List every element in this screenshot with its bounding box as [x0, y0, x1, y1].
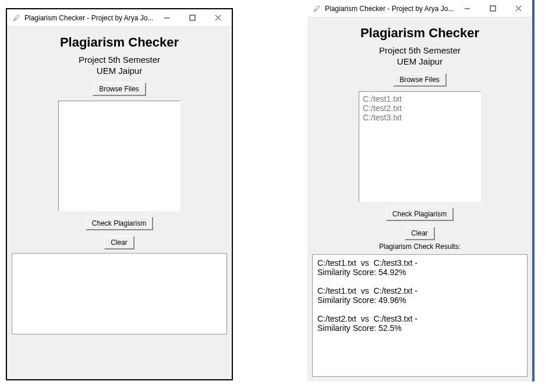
- results-textbox[interactable]: [12, 253, 227, 334]
- app-window-results: Plagiarism Checker - Project by Arya Jo.…: [307, 0, 535, 382]
- results-textbox[interactable]: C:/test1.txt vs C:/test3.txt - Similarit…: [312, 254, 528, 377]
- close-button[interactable]: [505, 1, 531, 17]
- clear-button[interactable]: Clear: [104, 236, 135, 250]
- titlebar: Plagiarism Checker - Project by Arya Jo.…: [307, 0, 532, 17]
- app-window-initial: Plagiarism Checker - Project by Arya Jo.…: [6, 8, 233, 380]
- svg-line-5: [314, 8, 317, 11]
- subtitle-line1: Project 5th Semester: [379, 45, 461, 55]
- app-subtitle: Project 5th Semester UEM Jaipur: [379, 45, 461, 67]
- results-label: Plagiarism Check Results:: [379, 243, 461, 251]
- check-plagiarism-button[interactable]: Check Plagiarism: [86, 217, 153, 230]
- titlebar: Plagiarism Checker - Project by Arya Jo.…: [7, 9, 232, 27]
- feather-icon: [12, 13, 21, 23]
- minimize-button[interactable]: [454, 1, 480, 17]
- svg-rect-2: [190, 15, 195, 20]
- feather-icon: [312, 4, 321, 13]
- subtitle-line1: Project 5th Semester: [79, 55, 160, 65]
- app-title: Plagiarism Checker: [360, 26, 479, 41]
- client-area: Plagiarism Checker Project 5th Semester …: [7, 27, 232, 379]
- minimize-button[interactable]: [154, 10, 179, 26]
- check-plagiarism-button[interactable]: Check Plagiarism: [386, 208, 454, 221]
- client-area: Plagiarism Checker Project 5th Semester …: [307, 17, 532, 382]
- maximize-button[interactable]: [480, 1, 505, 17]
- maximize-button[interactable]: [179, 10, 205, 26]
- browse-files-button[interactable]: Browse Files: [393, 73, 447, 87]
- app-title: Plagiarism Checker: [60, 35, 179, 50]
- file-list-textbox[interactable]: C:/test1.txt C:/test2.txt C:/test3.txt: [359, 91, 481, 202]
- close-button[interactable]: [205, 10, 231, 26]
- app-subtitle: Project 5th Semester UEM Jaipur: [79, 55, 160, 77]
- subtitle-line2: UEM Jaipur: [97, 66, 142, 76]
- window-title: Plagiarism Checker - Project by Arya Jo.…: [325, 5, 454, 13]
- svg-line-0: [13, 17, 17, 20]
- browse-files-button[interactable]: Browse Files: [93, 83, 146, 96]
- window-title: Plagiarism Checker - Project by Arya Jo.…: [24, 14, 153, 22]
- file-list-textbox[interactable]: [58, 101, 181, 211]
- clear-button[interactable]: Clear: [405, 227, 435, 240]
- svg-rect-7: [490, 6, 496, 11]
- subtitle-line2: UEM Jaipur: [397, 56, 443, 66]
